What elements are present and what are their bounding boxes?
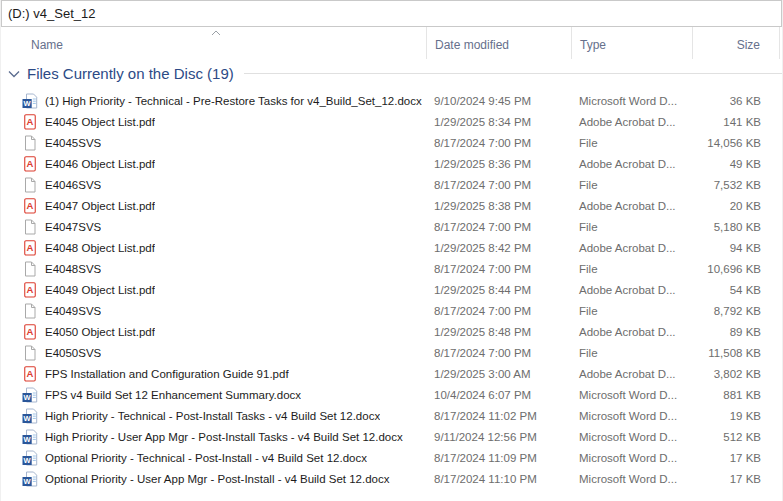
column-header-size[interactable]: Size xyxy=(692,27,780,59)
file-date-modified: 1/29/2025 8:44 PM xyxy=(426,284,571,296)
file-name-cell: W A E4046SVS xyxy=(1,177,426,193)
acrobat-icon-letter: A xyxy=(27,242,34,253)
file-type: Adobe Acrobat D... xyxy=(571,368,692,380)
file-date-modified: 8/17/2024 7:00 PM xyxy=(426,221,571,233)
file-name: E4049SVS xyxy=(45,305,101,317)
file-type: File xyxy=(571,263,692,275)
file-type: Adobe Acrobat D... xyxy=(571,200,692,212)
file-type: File xyxy=(571,137,692,149)
file-type: Adobe Acrobat D... xyxy=(571,284,692,296)
chevron-down-icon[interactable] xyxy=(8,70,20,78)
word-document-icon: W xyxy=(22,387,38,403)
acrobat-icon-letter: A xyxy=(27,116,34,127)
file-name-cell: W A E4049 Object List.pdf xyxy=(1,282,426,298)
file-type: Adobe Acrobat D... xyxy=(571,242,692,254)
file-name-cell: W A E4047 Object List.pdf xyxy=(1,198,426,214)
group-label: Files Currently on the Disc (19) xyxy=(27,65,234,82)
file-row[interactable]: W A E4045SVS 8/17/2024 7:00 PM File 14,0… xyxy=(1,132,782,153)
file-size: 19 KB xyxy=(692,410,780,422)
file-row[interactable]: W A E4046SVS 8/17/2024 7:00 PM File 7,53… xyxy=(1,174,782,195)
file-row[interactable]: W A E4048 Object List.pdf 1/29/2025 8:42… xyxy=(1,237,782,258)
file-size: 5,180 KB xyxy=(692,221,780,233)
file-name: Optional Priority - Technical - Post-Ins… xyxy=(45,452,367,464)
file-name-cell: W A E4049SVS xyxy=(1,303,426,319)
file-date-modified: 1/29/2025 8:42 PM xyxy=(426,242,571,254)
file-type: Microsoft Word D... xyxy=(571,473,692,485)
file-size: 20 KB xyxy=(692,200,780,212)
file-size: 8,792 KB xyxy=(692,305,780,317)
file-name: FPS v4 Build Set 12 Enhancement Summary.… xyxy=(45,389,301,401)
word-icon-letter: W xyxy=(24,456,32,465)
file-type: File xyxy=(571,221,692,233)
file-row[interactable]: W A E4050 Object List.pdf 1/29/2025 8:48… xyxy=(1,321,782,342)
acrobat-icon-letter: A xyxy=(27,368,34,379)
column-header-type[interactable]: Type xyxy=(571,27,692,59)
column-header-size-label: Size xyxy=(737,38,760,52)
file-name-cell: W A High Priority - User App Mgr - Post-… xyxy=(1,429,426,445)
file-name: E4048SVS xyxy=(45,263,101,275)
file-size: 49 KB xyxy=(692,158,780,170)
file-size: 36 KB xyxy=(692,95,780,107)
file-row[interactable]: W A High Priority - Technical - Post-Ins… xyxy=(1,405,782,426)
file-row[interactable]: W A FPS v4 Build Set 12 Enhancement Summ… xyxy=(1,384,782,405)
file-row[interactable]: W A E4049 Object List.pdf 1/29/2025 8:44… xyxy=(1,279,782,300)
file-type: Microsoft Word D... xyxy=(571,389,692,401)
file-date-modified: 1/29/2025 3:00 AM xyxy=(426,368,571,380)
group-divider xyxy=(244,73,782,74)
file-name-cell: W A E4047SVS xyxy=(1,219,426,235)
word-document-icon: W xyxy=(22,93,38,109)
file-row[interactable]: W A Optional Priority - Technical - Post… xyxy=(1,447,782,468)
file-date-modified: 1/29/2025 8:34 PM xyxy=(426,116,571,128)
file-row[interactable]: W A E4046 Object List.pdf 1/29/2025 8:36… xyxy=(1,153,782,174)
file-date-modified: 10/4/2024 6:07 PM xyxy=(426,389,571,401)
file-name-cell: W A E4045SVS xyxy=(1,135,426,151)
file-name-cell: W A E4048SVS xyxy=(1,261,426,277)
file-name: E4048 Object List.pdf xyxy=(45,242,155,254)
file-size: 10,696 KB xyxy=(692,263,780,275)
generic-file-icon xyxy=(22,219,38,235)
file-row[interactable]: W A E4048SVS 8/17/2024 7:00 PM File 10,6… xyxy=(1,258,782,279)
word-icon-letter: W xyxy=(24,435,32,444)
file-row[interactable]: W A High Priority - User App Mgr - Post-… xyxy=(1,426,782,447)
group-header[interactable]: Files Currently on the Disc (19) xyxy=(1,59,782,87)
file-size: 54 KB xyxy=(692,284,780,296)
file-name: High Priority - Technical - Post-Install… xyxy=(45,410,380,422)
file-type: Adobe Acrobat D... xyxy=(571,116,692,128)
file-type: Microsoft Word D... xyxy=(571,431,692,443)
adobe-acrobat-icon: A xyxy=(22,240,38,256)
file-name: E4046SVS xyxy=(45,179,101,191)
file-date-modified: 8/17/2024 11:09 PM xyxy=(426,452,571,464)
file-row[interactable]: W A E4050SVS 8/17/2024 7:00 PM File 11,5… xyxy=(1,342,782,363)
file-row[interactable]: W A FPS Installation and Configuration G… xyxy=(1,363,782,384)
file-name-cell: W A E4046 Object List.pdf xyxy=(1,156,426,172)
location-bar[interactable]: (D:) v4_Set_12 xyxy=(1,0,782,27)
column-header-date-modified[interactable]: Date modified xyxy=(426,27,571,59)
file-type: File xyxy=(571,347,692,359)
file-row[interactable]: W A E4049SVS 8/17/2024 7:00 PM File 8,79… xyxy=(1,300,782,321)
file-name-cell: W A E4050 Object List.pdf xyxy=(1,324,426,340)
file-row[interactable]: W A Optional Priority - User App Mgr - P… xyxy=(1,468,782,489)
generic-file-icon xyxy=(22,345,38,361)
sort-ascending-icon xyxy=(211,30,221,36)
adobe-acrobat-icon: A xyxy=(22,282,38,298)
word-document-icon: W xyxy=(22,450,38,466)
file-date-modified: 8/17/2024 7:00 PM xyxy=(426,347,571,359)
file-date-modified: 1/29/2025 8:36 PM xyxy=(426,158,571,170)
file-row[interactable]: W A (1) High Priority - Technical - Pre-… xyxy=(1,90,782,111)
file-row[interactable]: W A E4045 Object List.pdf 1/29/2025 8:34… xyxy=(1,111,782,132)
file-date-modified: 8/17/2024 7:00 PM xyxy=(426,137,571,149)
word-document-icon: W xyxy=(22,471,38,487)
file-name: Optional Priority - User App Mgr - Post-… xyxy=(45,473,390,485)
file-row[interactable]: W A E4047 Object List.pdf 1/29/2025 8:38… xyxy=(1,195,782,216)
generic-file-icon xyxy=(22,177,38,193)
acrobat-icon-letter: A xyxy=(27,326,34,337)
file-row[interactable]: W A E4047SVS 8/17/2024 7:00 PM File 5,18… xyxy=(1,216,782,237)
file-date-modified: 8/17/2024 11:10 PM xyxy=(426,473,571,485)
file-name-cell: W A FPS v4 Build Set 12 Enhancement Summ… xyxy=(1,387,426,403)
file-size: 3,802 KB xyxy=(692,368,780,380)
file-name-cell: W A E4050SVS xyxy=(1,345,426,361)
file-date-modified: 8/17/2024 7:00 PM xyxy=(426,305,571,317)
file-name: E4047 Object List.pdf xyxy=(45,200,155,212)
column-header-name-label: Name xyxy=(31,38,63,52)
file-date-modified: 9/10/2024 9:45 PM xyxy=(426,95,571,107)
